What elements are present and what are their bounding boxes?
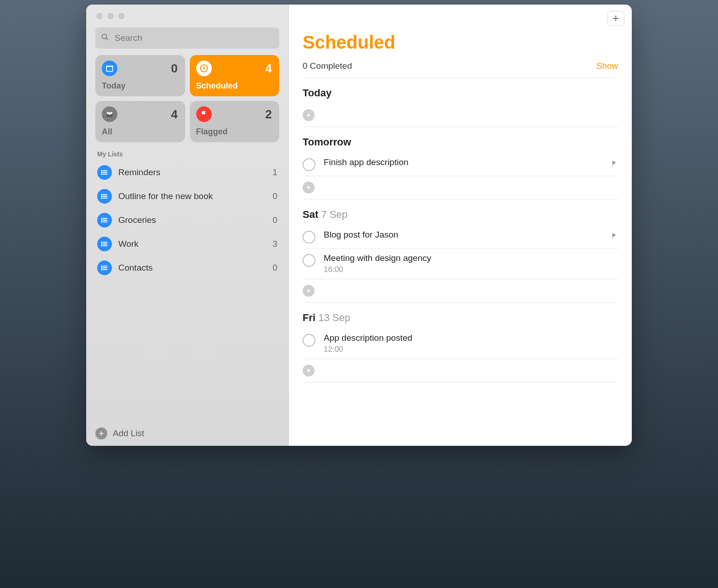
search-field[interactable]	[95, 28, 279, 49]
list-name: Contacts	[118, 263, 153, 273]
list-name: Groceries	[118, 215, 156, 225]
close-window-button[interactable]	[96, 13, 103, 19]
window-controls	[86, 5, 288, 19]
page-title: Scheduled	[303, 32, 618, 53]
list-bullet-icon	[97, 261, 112, 275]
list-name: Work	[118, 239, 138, 249]
reminder-row[interactable]: App description posted12:00	[303, 328, 618, 359]
flag-icon	[611, 232, 618, 240]
smartlist-today[interactable]: 0 Today	[95, 55, 185, 96]
list-item[interactable]: Outline for the new book0	[91, 184, 284, 208]
list-count: 3	[272, 239, 277, 249]
svg-point-12	[101, 174, 102, 175]
date-group: TomorrowFinish app description	[303, 136, 618, 200]
svg-point-11	[101, 172, 102, 173]
list-bullet-icon	[97, 213, 112, 227]
lists: Reminders1Outline for the new book0Groce…	[86, 161, 288, 421]
svg-point-22	[101, 218, 102, 219]
clock-icon	[196, 61, 212, 76]
calendar-icon	[102, 61, 117, 76]
svg-point-10	[101, 171, 102, 172]
svg-point-36	[101, 269, 102, 270]
date-group-header: Tomorrow	[303, 136, 618, 148]
inbox-icon	[102, 106, 117, 122]
add-reminder-inline[interactable]	[303, 279, 618, 303]
list-bullet-icon	[97, 165, 112, 180]
list-item[interactable]: Work3	[91, 232, 284, 256]
date-group: Today	[303, 87, 618, 127]
plus-circle-icon	[303, 365, 315, 377]
smartlist-today-label: Today	[102, 81, 178, 91]
svg-point-34	[101, 266, 102, 267]
reminder-title: Finish app description	[324, 157, 602, 167]
svg-point-35	[101, 267, 102, 268]
svg-point-29	[101, 244, 102, 244]
svg-point-23	[101, 220, 102, 221]
reminder-time: 12:00	[324, 345, 618, 354]
add-reminder-inline[interactable]	[303, 104, 618, 127]
list-name: Outline for the new book	[118, 191, 213, 201]
list-name: Reminders	[118, 167, 160, 178]
smartlist-all[interactable]: 4 All	[95, 101, 185, 142]
add-reminder-inline[interactable]	[303, 176, 618, 200]
new-reminder-button[interactable]	[607, 11, 624, 26]
plus-circle-icon	[303, 109, 315, 121]
smartlist-flagged[interactable]: 2 Flagged	[190, 101, 280, 142]
smartlist-today-count: 0	[171, 61, 177, 76]
flag-icon	[196, 106, 212, 122]
svg-line-1	[106, 38, 108, 40]
smartlist-scheduled-count: 4	[265, 61, 272, 76]
svg-point-0	[102, 34, 107, 39]
complete-checkbox[interactable]	[303, 231, 315, 244]
smartlist-flagged-label: Flagged	[196, 127, 272, 137]
list-item[interactable]: Contacts0	[91, 256, 284, 280]
date-group: Sat 7 SepBlog post for JasonMeeting with…	[303, 209, 618, 303]
search-icon	[101, 33, 109, 43]
svg-rect-4	[107, 67, 112, 71]
plus-circle-icon	[95, 427, 107, 439]
plus-circle-icon	[303, 285, 315, 297]
svg-point-28	[101, 242, 102, 243]
zoom-window-button[interactable]	[118, 13, 125, 19]
complete-checkbox[interactable]	[303, 158, 315, 171]
reminder-title: App description posted	[324, 333, 618, 343]
date-group-header: Today	[303, 87, 618, 99]
list-count: 1	[272, 167, 277, 178]
list-bullet-icon	[97, 189, 112, 204]
sidebar: 0 Today 4 Scheduled 4	[86, 5, 289, 446]
show-completed-link[interactable]: Show	[596, 61, 618, 71]
date-group-header: Fri 13 Sep	[303, 312, 618, 324]
smartlist-all-count: 4	[171, 107, 177, 122]
svg-point-17	[101, 196, 102, 197]
complete-checkbox[interactable]	[303, 334, 315, 347]
complete-checkbox[interactable]	[303, 254, 315, 267]
plus-circle-icon	[303, 182, 315, 194]
reminder-row[interactable]: Meeting with design agency16:00	[303, 249, 618, 279]
lists-header: My Lists	[86, 147, 288, 161]
add-reminder-inline[interactable]	[303, 359, 618, 383]
list-count: 0	[272, 263, 277, 273]
svg-point-30	[101, 245, 102, 246]
svg-point-18	[101, 198, 102, 199]
smartlist-all-label: All	[102, 127, 178, 137]
list-count: 0	[272, 215, 277, 225]
reminder-time: 16:00	[324, 265, 618, 274]
smartlist-scheduled-label: Scheduled	[196, 81, 272, 91]
search-input[interactable]	[114, 33, 274, 44]
add-list-label: Add List	[113, 428, 144, 438]
reminder-title: Meeting with design agency	[324, 253, 618, 263]
flag-icon	[611, 159, 618, 167]
smartlist-scheduled[interactable]: 4 Scheduled	[190, 55, 280, 96]
svg-point-24	[101, 222, 102, 222]
add-list-button[interactable]: Add List	[86, 421, 288, 446]
list-item[interactable]: Reminders1	[91, 161, 284, 184]
reminder-row[interactable]: Finish app description	[303, 153, 618, 176]
reminders-window: 0 Today 4 Scheduled 4	[86, 5, 632, 446]
completed-count: 0 Completed	[303, 61, 352, 71]
smartlist-flagged-count: 2	[265, 107, 272, 122]
list-item[interactable]: Groceries0	[91, 208, 284, 232]
minimize-window-button[interactable]	[107, 13, 114, 19]
reminder-row[interactable]: Blog post for Jason	[303, 225, 618, 249]
svg-point-16	[101, 194, 102, 195]
date-group: Fri 13 SepApp description posted12:00	[303, 312, 618, 383]
